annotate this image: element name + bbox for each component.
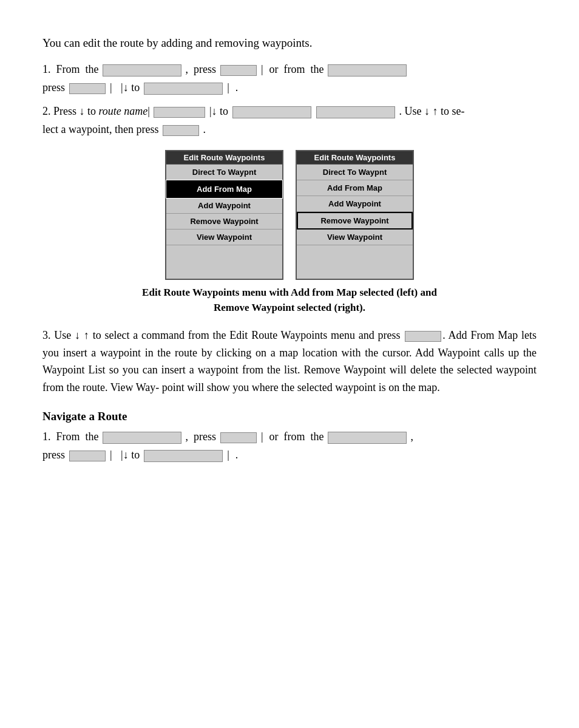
step3-placeholder (405, 331, 441, 342)
right-menu-title: Edit Route Waypoints (297, 151, 413, 165)
step2-placeholder2 (232, 106, 311, 118)
nav-step-1-text: 1. From the , press | or from the , pres… (42, 430, 413, 461)
left-menu-item-1[interactable]: Direct To Waypnt (166, 165, 282, 180)
step-3-block: 3. Use ↓ ↑ to select a command from the … (42, 327, 537, 396)
step-2-text: 2. Press ↓ to route name| |↓ to . Use ↓ … (42, 105, 465, 135)
menus-container: Edit Route Waypoints Direct To Waypnt Ad… (42, 150, 537, 280)
step1-placeholder1 (103, 64, 181, 77)
right-menu: Edit Route Waypoints Direct To Waypnt Ad… (296, 150, 414, 280)
nav-step-1-block: 1. From the , press | or from the , pres… (42, 428, 537, 464)
intro-text: You can edit the route by adding and rem… (42, 36, 537, 50)
left-menu-title: Edit Route Waypoints (166, 151, 282, 165)
step-1-label: 1. From the (42, 63, 99, 75)
caption-line1: Edit Route Waypoints menu with Add from … (142, 287, 437, 298)
left-menu-item-2[interactable]: Add From Map (166, 180, 282, 198)
left-menu-item-5[interactable]: View Waypoint (166, 230, 282, 245)
step1-placeholder4 (69, 83, 106, 94)
right-menu-item-3[interactable]: Add Waypoint (297, 196, 413, 212)
step-1-block: 1. From the , press | or from the press … (42, 61, 537, 97)
right-menu-item-4[interactable]: Remove Waypoint (297, 212, 413, 230)
nav-step1-placeholder5 (144, 450, 223, 462)
step2-placeholder1 (154, 107, 205, 118)
nav-step1-placeholder2 (220, 432, 257, 443)
right-menu-item-1[interactable]: Direct To Waypnt (297, 165, 413, 180)
caption-line2: Remove Waypoint selected (right). (214, 302, 365, 313)
navigate-route-heading: Navigate a Route (42, 410, 537, 423)
step-3-text: 3. Use ↓ ↑ to select a command from the … (42, 327, 537, 396)
nav-step1-placeholder3 (328, 432, 407, 444)
right-menu-empty (297, 245, 413, 279)
step2-placeholder4 (163, 125, 199, 136)
nav-step1-placeholder1 (103, 432, 181, 444)
step-2-block: 2. Press ↓ to route name| |↓ to . Use ↓ … (42, 103, 537, 138)
right-menu-item-2[interactable]: Add From Map (297, 180, 413, 196)
step1-placeholder3 (328, 64, 407, 77)
step1-placeholder5 (144, 83, 223, 95)
left-menu-item-4[interactable]: Remove Waypoint (166, 214, 282, 230)
step1-placeholder2 (220, 65, 257, 76)
left-menu-item-3[interactable]: Add Waypoint (166, 198, 282, 214)
nav-step1-placeholder4 (69, 451, 106, 461)
left-menu-empty (166, 245, 282, 279)
right-menu-item-5[interactable]: View Waypoint (297, 230, 413, 245)
menu-caption: Edit Route Waypoints menu with Add from … (42, 285, 537, 316)
left-menu: Edit Route Waypoints Direct To Waypnt Ad… (165, 150, 283, 280)
step-1-text: 1. From the , press | or from the press … (42, 63, 408, 94)
step2-placeholder3 (316, 106, 395, 118)
